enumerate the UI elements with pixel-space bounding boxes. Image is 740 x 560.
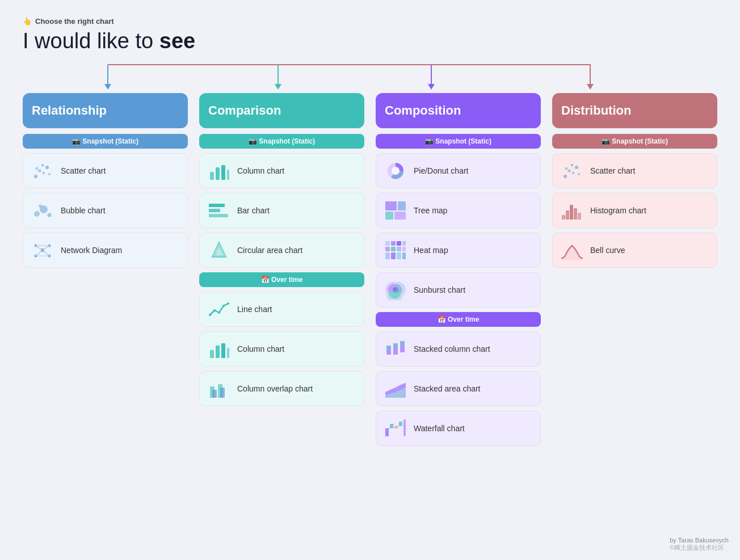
svg-point-11 (34, 211, 40, 217)
chart-label: Circular area chart (237, 246, 302, 255)
svg-rect-65 (397, 252, 401, 259)
subtitle-text: Choose the right chart (35, 17, 114, 26)
chart-icon-sunburst (384, 280, 407, 300)
svg-line-20 (36, 246, 43, 250)
svg-rect-78 (403, 419, 406, 436)
svg-point-39 (227, 302, 229, 305)
svg-point-7 (45, 166, 49, 169)
chart-item-column-overlap-chart[interactable]: Column overlap chart (199, 371, 364, 406)
svg-rect-90 (566, 210, 569, 220)
chart-label: Histogram chart (590, 206, 646, 215)
svg-marker-1 (275, 84, 281, 90)
column-composition: Composition📷 Snapshot (Static) Pie/Donut… (376, 93, 541, 450)
arrows-container (23, 59, 717, 93)
svg-point-6 (43, 172, 45, 174)
svg-point-36 (213, 309, 216, 311)
chart-item-network-diagram[interactable]: Network Diagram (23, 233, 188, 268)
chart-icon-pie (384, 161, 407, 181)
group-composition-0: 📷 Snapshot (Static) Pie/Donut chart Tree… (376, 134, 541, 308)
chart-item-tree-map[interactable]: Tree map (376, 193, 541, 228)
svg-point-86 (571, 164, 573, 166)
svg-rect-40 (210, 350, 214, 358)
column-distribution: Distribution📷 Snapshot (Static) Scatter … (552, 93, 717, 450)
credit-text: by Taras Bakusevych (670, 537, 729, 544)
svg-line-81 (398, 424, 399, 426)
svg-rect-68 (386, 350, 391, 355)
chart-item-column-chart[interactable]: Column chart (199, 153, 364, 188)
category-label-composition: Composition (385, 103, 532, 118)
svg-rect-53 (385, 212, 393, 220)
svg-point-10 (48, 173, 51, 175)
svg-point-9 (36, 167, 39, 170)
chart-item-stacked-column-chart[interactable]: Stacked column chart (376, 331, 541, 367)
svg-rect-70 (393, 348, 398, 355)
group-composition-1: 📅 Over time Stacked column chart Stacked… (376, 312, 541, 446)
chart-label: Sunburst chart (414, 285, 465, 294)
watermark-text: ©稀土掘金技术社区 (670, 544, 729, 552)
chart-icon-stacked-column (384, 339, 407, 359)
svg-rect-30 (209, 204, 225, 207)
svg-rect-57 (397, 241, 401, 246)
chart-item-column-chart[interactable]: Column chart (199, 331, 364, 367)
chart-label: Heat map (414, 246, 448, 255)
chart-icon-column-overlap (208, 378, 230, 399)
svg-rect-89 (562, 215, 565, 220)
badge-composition-0: 📷 Snapshot (Static) (376, 134, 541, 149)
chart-item-pie/donut-chart[interactable]: Pie/Donut chart (376, 153, 541, 188)
svg-rect-74 (385, 428, 389, 436)
chart-item-sunburst-chart[interactable]: Sunburst chart (376, 272, 541, 308)
chart-item-heat-map[interactable]: Heat map (376, 233, 541, 268)
svg-rect-31 (209, 209, 220, 212)
svg-point-14 (39, 204, 42, 208)
chart-label: Stacked column chart (414, 344, 490, 353)
chart-item-histogram-chart[interactable]: Histogram chart (552, 193, 717, 228)
svg-rect-41 (216, 346, 220, 358)
chart-item-scatter-chart[interactable]: Scatter chart (23, 153, 188, 188)
svg-rect-26 (210, 172, 214, 180)
chart-item-circular-area-chart[interactable]: Circular area chart (199, 233, 364, 268)
category-header-distribution: Distribution (552, 93, 717, 128)
svg-point-88 (578, 173, 580, 175)
chart-label: Scatter chart (61, 166, 106, 175)
svg-rect-76 (394, 426, 398, 428)
chart-item-line-chart[interactable]: Line chart (199, 292, 364, 327)
svg-rect-43 (227, 348, 229, 358)
svg-rect-59 (385, 247, 390, 251)
chart-item-waterfall-chart[interactable]: Waterfall chart (376, 411, 541, 446)
chart-icon-bubble (31, 200, 54, 221)
svg-rect-69 (386, 346, 391, 350)
footer: by Taras Bakusevych ©稀土掘金技术社区 (670, 537, 729, 552)
chart-label: Line chart (237, 305, 272, 314)
svg-rect-91 (570, 205, 573, 220)
svg-rect-54 (394, 212, 406, 220)
chart-item-scatter-chart[interactable]: Scatter chart (552, 153, 717, 188)
svg-rect-93 (578, 213, 581, 220)
chart-item-stacked-area-chart[interactable]: Stacked area chart (376, 371, 541, 406)
svg-rect-27 (216, 167, 220, 180)
chart-icon-bar (208, 200, 230, 221)
svg-rect-45 (212, 390, 217, 398)
column-relationship: Relationship📷 Snapshot (Static) Scatter … (23, 93, 188, 450)
svg-point-5 (39, 170, 41, 172)
chart-item-bell-curve[interactable]: Bell curve (552, 233, 717, 268)
svg-rect-72 (400, 344, 405, 352)
subtitle-icon: 👆 (23, 17, 32, 26)
chart-label: Scatter chart (590, 166, 635, 175)
svg-rect-71 (393, 343, 398, 348)
svg-rect-73 (400, 341, 405, 344)
chart-icon-circular (208, 240, 230, 260)
chart-icon-bell (561, 240, 583, 260)
badge-relationship-0: 📷 Snapshot (Static) (23, 134, 188, 149)
chart-icon-treemap (384, 200, 407, 221)
svg-point-82 (564, 175, 567, 178)
svg-rect-62 (402, 247, 406, 251)
title-prefix: I would like to (23, 29, 159, 53)
chart-label: Tree map (414, 206, 447, 215)
chart-item-bubble-chart[interactable]: Bubble chart (23, 193, 188, 228)
svg-rect-58 (402, 241, 406, 246)
svg-line-80 (393, 424, 394, 426)
subtitle: 👆 Choose the right chart (23, 17, 717, 26)
chart-item-bar-chart[interactable]: Bar chart (199, 193, 364, 228)
svg-rect-64 (391, 252, 396, 259)
svg-point-37 (218, 311, 220, 314)
